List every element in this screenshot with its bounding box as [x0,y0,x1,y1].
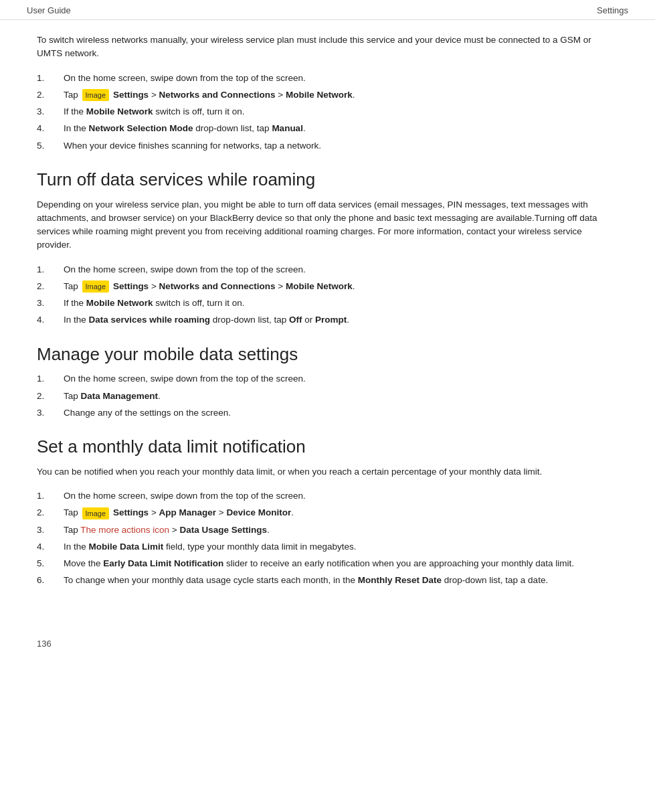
image-tag: Image [82,280,110,293]
list-item: 3. If the Mobile Network switch is off, … [37,297,618,310]
intro-paragraph: To switch wireless networks manually, yo… [37,33,618,61]
step-number: 4. [37,313,64,327]
list-item: 2. Tap Data Management. [37,390,618,403]
step-content: In the Mobile Data Limit field, type you… [64,540,618,554]
step-content: In the Data services while roaming drop-… [64,313,618,327]
step-content: If the Mobile Network switch is off, tur… [64,105,618,118]
step-number: 3. [37,523,64,537]
list-item: 3. Change any of the settings on the scr… [37,406,618,420]
list-item: 2. Tap Image Settings > App Manager > De… [37,506,618,519]
section-roaming-steps: 1. On the home screen, swipe down from t… [37,263,618,327]
section-monthly-steps: 1. On the home screen, swipe down from t… [37,489,618,588]
page-header: User Guide Settings [0,0,655,20]
list-item: 4. In the Data services while roaming dr… [37,313,618,327]
step-number: 4. [37,122,64,135]
step-content: When your device finishes scanning for n… [64,139,618,153]
step-content: On the home screen, swipe down from the … [64,489,618,503]
step-number: 2. [37,88,64,102]
step-number: 1. [37,263,64,276]
image-tag: Image [82,89,110,102]
list-item: 2. Tap Image Settings > Networks and Con… [37,280,618,293]
page-footer: 136 [0,632,655,655]
step-content: Tap Image Settings > Networks and Connec… [64,88,618,102]
step-content: Tap Data Management. [64,390,618,403]
section1-steps: 1. On the home screen, swipe down from t… [37,72,618,153]
header-left: User Guide [27,5,71,15]
step-content: Tap Image Settings > Networks and Connec… [64,280,618,293]
step-number: 5. [37,139,64,153]
step-number: 4. [37,540,64,554]
list-item: 1. On the home screen, swipe down from t… [37,372,618,386]
step-number: 3. [37,105,64,118]
step-content: On the home screen, swipe down from the … [64,372,618,386]
list-item: 5. Move the Early Data Limit Notificatio… [37,557,618,570]
step-number: 1. [37,489,64,503]
step-number: 3. [37,406,64,420]
list-item: 3. If the Mobile Network switch is off, … [37,105,618,118]
step-number: 2. [37,506,64,519]
step-number: 1. [37,72,64,85]
step-content: Move the Early Data Limit Notification s… [64,557,618,570]
step-content: Tap The more actions icon > Data Usage S… [64,523,618,537]
list-item: 2. Tap Image Settings > Networks and Con… [37,88,618,102]
step-content: If the Mobile Network switch is off, tur… [64,297,618,310]
section-roaming-intro: Depending on your wireless service plan,… [37,198,618,252]
section-manage-steps: 1. On the home screen, swipe down from t… [37,372,618,420]
list-item: 4. In the Network Selection Mode drop-do… [37,122,618,135]
list-item: 3. Tap The more actions icon > Data Usag… [37,523,618,537]
section-monthly-intro: You can be notified when you reach your … [37,465,618,479]
page-content: To switch wireless networks manually, yo… [0,20,655,619]
step-number: 2. [37,390,64,403]
step-content: In the Network Selection Mode drop-down … [64,122,618,135]
step-content: On the home screen, swipe down from the … [64,72,618,85]
step-number: 5. [37,557,64,570]
section-monthly-heading: Set a monthly data limit notification [37,436,618,459]
page-number: 136 [37,639,52,649]
list-item: 1. On the home screen, swipe down from t… [37,72,618,85]
list-item: 4. In the Mobile Data Limit field, type … [37,540,618,554]
section-roaming-heading: Turn off data services while roaming [37,169,618,191]
step-number: 2. [37,280,64,293]
step-content: On the home screen, swipe down from the … [64,263,618,276]
step-content: Tap Image Settings > App Manager > Devic… [64,506,618,519]
list-item: 1. On the home screen, swipe down from t… [37,263,618,276]
list-item: 5. When your device finishes scanning fo… [37,139,618,153]
header-right: Settings [597,5,628,15]
step-number: 6. [37,574,64,587]
more-actions-link: The more actions icon [80,525,169,535]
image-tag: Image [82,507,110,520]
step-number: 1. [37,372,64,386]
step-number: 3. [37,297,64,310]
step-content: To change when your monthly data usage c… [64,574,618,587]
list-item: 6. To change when your monthly data usag… [37,574,618,587]
step-content: Change any of the settings on the screen… [64,406,618,420]
section-manage-heading: Manage your mobile data settings [37,343,618,366]
list-item: 1. On the home screen, swipe down from t… [37,489,618,503]
